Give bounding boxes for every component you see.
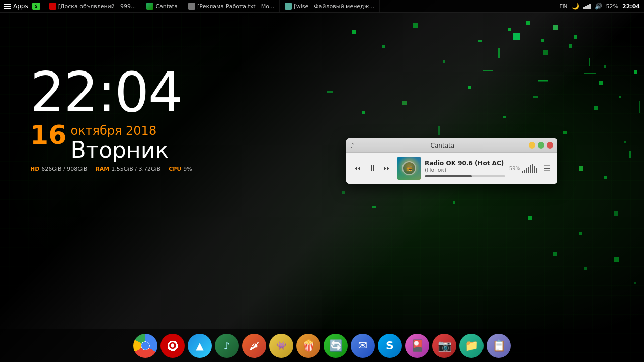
window-controls [529, 142, 553, 149]
volume-bars [522, 164, 537, 173]
cantata-player-window: ♪ Cantata ⏮ ⏸ ⏭ 📻 Radio OK 90.6 (Hot AC)… [346, 138, 557, 184]
vol-bar-1 [522, 171, 523, 173]
album-art: 📻 [397, 157, 421, 180]
speaker-icon: 🔊 [595, 3, 602, 10]
svg-rect-28 [372, 206, 376, 208]
track-subtitle: (Поток) [425, 167, 505, 173]
svg-rect-18 [624, 141, 626, 143]
progress-bar[interactable] [425, 175, 505, 177]
clock-date-right: октября 2018 Вторник [70, 122, 169, 163]
apps-icon [4, 3, 11, 10]
vol-bar-5 [530, 165, 531, 173]
next-button[interactable]: ⏭ [381, 162, 393, 174]
battery-level: 52% [606, 3, 618, 10]
dock-item-opera[interactable]: O [160, 334, 185, 358]
track-progress [425, 175, 505, 177]
player-menu-button[interactable]: ☰ [541, 164, 552, 173]
svg-rect-4 [478, 40, 482, 42]
svg-rect-36 [553, 25, 558, 30]
svg-rect-34 [526, 21, 530, 25]
ram-stat: RAM 1,55GiB / 3,72GiB [95, 166, 160, 172]
dock-item-notes[interactable]: 📋 [487, 334, 511, 358]
svg-rect-8 [604, 65, 606, 68]
svg-rect-44 [553, 252, 557, 256]
svg-rect-5 [508, 28, 511, 31]
vol-bar-8 [536, 168, 537, 173]
volume-percent: 59% [509, 166, 520, 171]
play-pause-button[interactable]: ⏸ [366, 162, 378, 174]
language-indicator: EN [559, 3, 567, 10]
svg-rect-46 [614, 257, 619, 262]
svg-rect-43 [639, 101, 640, 113]
hd-stat: HD 626GiB / 908GiB [30, 166, 87, 172]
svg-rect-2 [413, 23, 418, 28]
dock-item-files[interactable]: 📁 [459, 334, 484, 358]
dock-item-yapf[interactable]: 👾 [269, 334, 293, 358]
apps-label: Apps [13, 3, 28, 10]
dock-item-mail[interactable]: ✉ [351, 334, 375, 358]
signal-bars [583, 3, 591, 9]
dock-item-appcenter[interactable]: ▲ [188, 334, 212, 358]
taskbar-right: EN 🌙 🔊 52% 22:04 [555, 0, 644, 12]
apps-button[interactable]: Apps $ [0, 0, 44, 12]
svg-rect-16 [564, 131, 567, 134]
vol-bar-6 [532, 164, 533, 173]
dock-item-screenshot[interactable]: 📷 [432, 334, 456, 358]
dock-item-refresh[interactable]: 🔄 [324, 334, 348, 358]
dock-item-cantata[interactable]: ♪ [215, 334, 239, 358]
svg-rect-40 [634, 70, 637, 74]
player-controls: ⏮ ⏸ ⏭ [351, 162, 393, 174]
clock-month-year: октября 2018 [70, 124, 169, 138]
clock-widget: 22:04 16 октября 2018 Вторник HD 626GiB … [30, 65, 192, 172]
svg-rect-6 [543, 50, 548, 55]
svg-rect-13 [468, 86, 471, 89]
taskbar-cantata-label: Cantata [155, 3, 178, 10]
svg-rect-32 [614, 211, 618, 216]
album-art-inner: 📻 [402, 161, 416, 175]
svg-rect-27 [342, 191, 345, 194]
cpu-value: 9% [183, 166, 192, 172]
player-titlebar: ♪ Cantata [346, 138, 557, 153]
dock-item-pepper[interactable]: 🌶 [242, 334, 266, 358]
ram-label: RAM [95, 166, 109, 172]
taskbar-item-cantata[interactable]: Cantata [141, 0, 183, 12]
dock: O ▲ ♪ 🌶 👾 🍿 🔄 ✉ S 🎴 📷 📁 📋 [0, 329, 644, 362]
svg-rect-10 [362, 111, 365, 114]
maximize-button[interactable] [538, 142, 544, 149]
svg-rect-42 [589, 58, 590, 66]
taskbar-left: Apps $ [0, 0, 44, 12]
opera-icon [49, 3, 56, 10]
taskbar-item-opera[interactable]: [Доска объявлений - 999... [44, 0, 142, 12]
svg-rect-3 [443, 60, 445, 63]
text-icon [188, 3, 195, 10]
taskbar-wise-label: [wise - Файловый менедж... [294, 3, 374, 10]
hd-label: HD [30, 166, 39, 172]
player-body: ⏮ ⏸ ⏭ 📻 Radio OK 90.6 (Hot AC) (Поток) 5… [346, 153, 557, 184]
svg-rect-39 [619, 96, 621, 98]
svg-rect-33 [513, 33, 520, 40]
close-button[interactable] [547, 142, 553, 149]
wise-icon [285, 3, 292, 10]
taskbar-items: [Доска объявлений - 999... Cantata [Рекл… [44, 0, 380, 12]
svg-rect-45 [584, 267, 587, 270]
minimize-button[interactable] [529, 142, 535, 149]
track-name: Radio OK 90.6 (Hot AC) [425, 160, 505, 167]
volume-area: 59% [509, 164, 537, 173]
terminal-icon: $ [32, 3, 40, 10]
svg-rect-29 [453, 201, 455, 204]
dock-item-skype[interactable]: S [378, 334, 402, 358]
dock-item-chrome[interactable] [133, 334, 157, 358]
taskbar-text-label: [Реклама-Работа.txt - Мо... [197, 3, 274, 10]
dock-item-aisleriot[interactable]: 🎴 [405, 334, 429, 358]
progress-fill [425, 175, 472, 177]
taskbar-item-text[interactable]: [Реклама-Работа.txt - Мо... [183, 0, 280, 12]
svg-rect-1 [382, 45, 385, 48]
svg-rect-11 [403, 101, 407, 105]
svg-rect-7 [574, 35, 577, 39]
dock-item-popcorn[interactable]: 🍿 [296, 334, 320, 358]
prev-button[interactable]: ⏮ [351, 162, 363, 174]
vol-bar-4 [528, 167, 529, 173]
svg-rect-0 [352, 30, 356, 34]
svg-rect-22 [604, 176, 607, 179]
taskbar-item-wise[interactable]: [wise - Файловый менедж... [280, 0, 380, 12]
